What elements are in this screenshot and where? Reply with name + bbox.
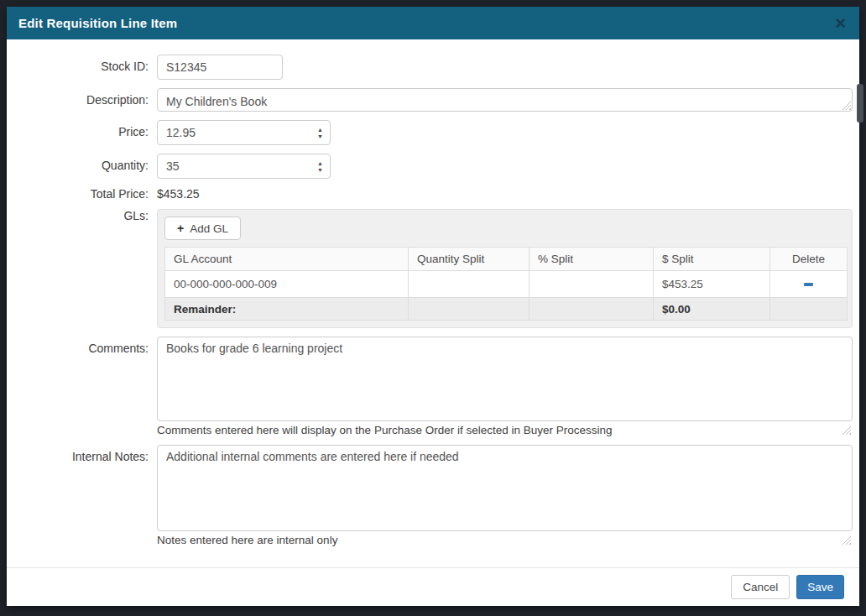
delete-row-icon[interactable] xyxy=(804,283,813,286)
price-spinner[interactable]: ▲ ▼ xyxy=(317,127,323,139)
price-row: Price: ▲ ▼ xyxy=(7,120,859,145)
quantity-spinner[interactable]: ▲ ▼ xyxy=(317,160,323,173)
gl-table-header-row: GL Account Quantity Split % Split $ Spli… xyxy=(165,248,848,271)
close-icon[interactable]: × xyxy=(835,14,846,33)
remainder-delete xyxy=(770,298,848,321)
quantity-split-cell[interactable] xyxy=(409,271,530,298)
dollar-split-cell[interactable]: $453.25 xyxy=(654,271,770,298)
spinner-down-icon[interactable]: ▼ xyxy=(317,167,323,173)
add-gl-label: Add GL xyxy=(190,222,228,235)
spinner-up-icon[interactable]: ▲ xyxy=(317,127,323,133)
quantity-row: Quantity: ▲ ▼ xyxy=(7,154,859,179)
remainder-row: Remainder: $0.00 xyxy=(165,298,848,321)
edit-requisition-modal: Edit Requisition Line Item × Stock ID: D… xyxy=(7,7,859,606)
delete-cell xyxy=(770,271,848,298)
gl-table: GL Account Quantity Split % Split $ Spli… xyxy=(164,247,848,321)
percent-split-cell[interactable] xyxy=(530,271,654,298)
col-dollar-split: $ Split xyxy=(654,248,770,271)
cancel-button[interactable]: Cancel xyxy=(731,575,790,599)
internal-notes-row: Internal Notes: Additional internal comm… xyxy=(7,445,859,546)
col-quantity-split: Quantity Split xyxy=(409,248,530,271)
total-price-value: $453.25 xyxy=(157,187,200,201)
remainder-label: Remainder: xyxy=(165,298,409,321)
price-label: Price: xyxy=(7,120,149,138)
gls-label: GLs: xyxy=(7,209,149,222)
spinner-down-icon[interactable]: ▼ xyxy=(317,133,323,139)
quantity-input[interactable] xyxy=(157,154,331,179)
page-background: Edit Requisition Line Item × Stock ID: D… xyxy=(0,0,866,616)
quantity-label: Quantity: xyxy=(7,154,149,172)
save-button[interactable]: Save xyxy=(796,575,844,599)
modal-title: Edit Requisition Line Item xyxy=(18,16,177,30)
modal-body: Stock ID: Description: Price: ▲ xyxy=(7,39,859,567)
col-delete: Delete xyxy=(770,248,848,271)
comments-textarea[interactable]: Books for grade 6 learning project xyxy=(157,337,853,421)
remainder-quantity-split xyxy=(409,298,530,321)
comments-label: Comments: xyxy=(7,337,149,355)
total-price-row: Total Price: $453.25 xyxy=(7,187,859,201)
description-label: Description: xyxy=(7,88,149,107)
description-input[interactable] xyxy=(157,88,853,112)
spinner-up-icon[interactable]: ▲ xyxy=(317,160,323,166)
comments-helper-text: Comments entered here will display on th… xyxy=(157,424,853,436)
internal-notes-textarea[interactable]: Additional internal comments are entered… xyxy=(157,445,853,531)
stock-id-label: Stock ID: xyxy=(7,55,149,73)
add-gl-button[interactable]: + Add GL xyxy=(164,217,241,240)
gl-account-cell: 00-000-000-000-009 xyxy=(165,271,409,298)
modal-header: Edit Requisition Line Item × xyxy=(7,7,859,39)
comments-row: Comments: Books for grade 6 learning pro… xyxy=(7,337,859,436)
description-row: Description: xyxy=(7,88,859,112)
gls-row: GLs: + Add GL GL xyxy=(7,209,859,328)
remainder-percent-split xyxy=(530,298,654,321)
stock-id-row: Stock ID: xyxy=(7,55,859,80)
internal-notes-label: Internal Notes: xyxy=(7,445,149,463)
remainder-dollar-split: $0.00 xyxy=(654,298,770,321)
total-price-label: Total Price: xyxy=(7,187,149,201)
internal-notes-helper-text: Notes entered here are internal only xyxy=(157,534,853,546)
modal-footer: Cancel Save xyxy=(7,567,859,606)
stock-id-input[interactable] xyxy=(157,55,283,80)
plus-icon: + xyxy=(177,222,184,235)
gl-table-row: 00-000-000-000-009 $453.25 xyxy=(165,271,848,298)
col-gl-account: GL Account xyxy=(165,248,409,271)
price-input[interactable] xyxy=(157,120,331,145)
scrollbar-thumb[interactable] xyxy=(857,84,863,123)
col-percent-split: % Split xyxy=(530,248,654,271)
gl-panel: + Add GL GL Account Quantity Split xyxy=(157,209,853,328)
